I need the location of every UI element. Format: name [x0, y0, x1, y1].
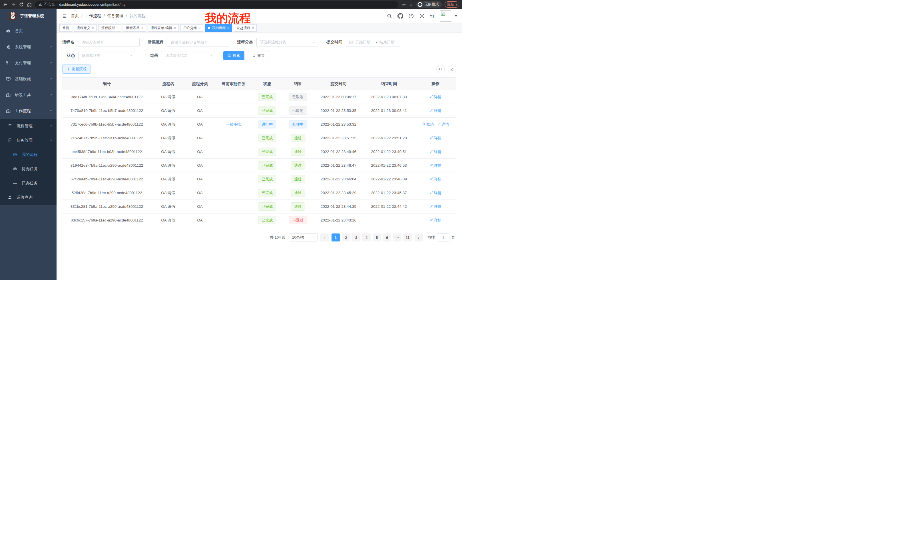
page-button-4[interactable]: 4: [362, 234, 370, 241]
goto-page-input[interactable]: [437, 234, 449, 241]
breadcrumb-item[interactable]: 首页: [71, 13, 79, 18]
sidebar-item-3[interactable]: 基础设施: [0, 71, 57, 87]
breadcrumb-item[interactable]: 任务管理: [107, 13, 123, 18]
tab-4[interactable]: 流程表单-编辑×: [148, 24, 178, 32]
app-logo-row[interactable]: 芋道管理系统: [0, 9, 57, 23]
tab-0[interactable]: 首页: [59, 24, 72, 32]
process-category-select[interactable]: 请选择流程分类: [256, 38, 318, 47]
sidebar-item-5[interactable]: 工作流程: [0, 103, 57, 119]
more-pages-button[interactable]: ···: [393, 234, 402, 241]
detail-action-link[interactable]: 详情: [430, 108, 441, 113]
submit-time-range-picker[interactable]: 开始日期 - 结束日期: [346, 38, 400, 47]
refresh-circle-button[interactable]: [448, 65, 456, 73]
address-bar[interactable]: 不安全 dashboard.yudao.iocoder.cn/bpm/task/…: [35, 1, 398, 8]
show-search-circle-button[interactable]: [436, 65, 445, 73]
page-size-select[interactable]: 10条/页: [289, 234, 318, 241]
avatar[interactable]: [440, 10, 451, 22]
sidebar-item-0[interactable]: 首页: [0, 23, 57, 39]
tab-close-icon[interactable]: ×: [199, 26, 201, 30]
detail-action-link[interactable]: 详情: [430, 94, 441, 100]
row-submit-time: 2022-01-22 23:46:47: [314, 159, 363, 172]
detail-action-link[interactable]: 详情: [430, 163, 441, 168]
row-submit-time: 2022-01-22 23:51:15: [314, 131, 363, 145]
reset-button[interactable]: 重置: [248, 51, 269, 60]
tab-close-icon[interactable]: ×: [117, 26, 118, 30]
create-process-button[interactable]: 发起流程: [62, 64, 91, 73]
page-button-5[interactable]: 5: [373, 234, 381, 241]
tab-close-icon[interactable]: ×: [92, 26, 94, 30]
page-button-6[interactable]: 6: [383, 234, 391, 241]
detail-action-link[interactable]: 详情: [430, 204, 441, 209]
github-icon[interactable]: [398, 13, 403, 19]
sidebar-submenu: 流程管理任务管理我的流程待办任务已办任务请假查询: [0, 119, 57, 205]
current-task-link[interactable]: 一级审批: [226, 122, 241, 127]
row-category: OA: [185, 104, 215, 118]
chrome-menu-dots-icon[interactable]: [456, 3, 457, 6]
font-size-icon[interactable]: TT: [430, 14, 435, 18]
sidebar-item-sub-0[interactable]: 流程管理: [0, 119, 57, 133]
forward-icon[interactable]: [11, 2, 16, 7]
page-button-1[interactable]: 1: [332, 234, 340, 241]
sidebar-toggle[interactable]: [57, 9, 71, 23]
row-actions: 详情: [415, 131, 456, 145]
bookmark-star-icon[interactable]: ☆: [409, 2, 413, 7]
tab-3[interactable]: 流程表单×: [123, 24, 146, 32]
detail-action-link[interactable]: 详情: [437, 122, 449, 127]
process-definition-input[interactable]: [167, 38, 229, 47]
sidebar-item-sub-4[interactable]: 已办任务: [0, 176, 57, 190]
tab-6[interactable]: 我的流程×: [205, 24, 232, 32]
chevron-down-icon: [312, 41, 315, 44]
reload-icon[interactable]: [19, 2, 24, 7]
tab-close-icon[interactable]: ×: [252, 26, 254, 30]
tab-label: 用户分组: [183, 26, 197, 30]
home-icon[interactable]: [27, 2, 32, 7]
process-name-input[interactable]: [78, 38, 140, 47]
next-page-button[interactable]: ›: [415, 234, 423, 241]
page-button-2[interactable]: 2: [342, 234, 350, 241]
flow-icon: [8, 138, 13, 143]
header-search-icon[interactable]: [387, 13, 392, 19]
row-process-name: OA 请假: [152, 214, 185, 227]
sidebar-item-sub-1[interactable]: 任务管理: [0, 133, 57, 148]
status-select[interactable]: 请选择状态: [78, 51, 135, 60]
detail-action-link[interactable]: 详情: [430, 136, 441, 141]
row-status-badge: 已完成: [252, 90, 282, 104]
help-icon[interactable]: [408, 13, 414, 19]
tab-close-icon[interactable]: ×: [174, 26, 176, 30]
cancel-action-link[interactable]: 取消: [422, 122, 434, 127]
tab-7[interactable]: 发起流程×: [234, 24, 257, 32]
fullscreen-icon[interactable]: [419, 13, 425, 19]
detail-action-link[interactable]: 详情: [430, 177, 441, 182]
row-category: OA: [185, 118, 215, 131]
page-button-3[interactable]: 3: [352, 234, 360, 241]
tab-close-icon[interactable]: ×: [227, 26, 229, 30]
app-logo: [9, 12, 17, 20]
avatar-caret-icon[interactable]: [454, 15, 458, 17]
back-icon[interactable]: [3, 2, 8, 7]
sidebar-item-1[interactable]: 系统管理: [0, 39, 57, 55]
detail-action-link[interactable]: 详情: [430, 218, 441, 223]
sidebar-item-sub-2[interactable]: 我的流程: [0, 148, 57, 162]
list-icon: [8, 124, 13, 129]
tab-close-icon[interactable]: ×: [141, 26, 143, 30]
detail-action-link[interactable]: 详情: [430, 149, 441, 154]
search-button[interactable]: 搜索: [223, 51, 244, 60]
tab-1[interactable]: 流程定义×: [74, 24, 96, 32]
prev-page-button[interactable]: ‹: [320, 234, 328, 241]
edit-icon: [430, 204, 433, 209]
sidebar-menu: 首页系统管理¥支付管理基础设施研发工具工作流程流程管理任务管理我的流程待办任务已…: [0, 23, 57, 205]
row-current-task: 一级审批: [215, 118, 252, 131]
chrome-update-button[interactable]: 更新: [445, 1, 459, 8]
sidebar-item-sub-5[interactable]: 请假查询: [0, 190, 57, 205]
sidebar-item-2[interactable]: ¥支付管理: [0, 55, 57, 71]
detail-action-link[interactable]: 详情: [430, 190, 441, 196]
sidebar-item-sub-3[interactable]: 待办任务: [0, 162, 57, 176]
password-key-icon[interactable]: [401, 2, 406, 7]
sidebar-item-4[interactable]: 研发工具: [0, 87, 57, 103]
breadcrumb-item[interactable]: 工作流程: [85, 13, 101, 18]
tab-5[interactable]: 用户分组×: [180, 24, 203, 32]
tab-2[interactable]: 流程模型×: [98, 24, 121, 32]
result-select[interactable]: 请选择流结果: [162, 51, 215, 60]
page-button-11[interactable]: 11: [404, 234, 412, 241]
row-process-name: OA 请假: [152, 172, 185, 186]
